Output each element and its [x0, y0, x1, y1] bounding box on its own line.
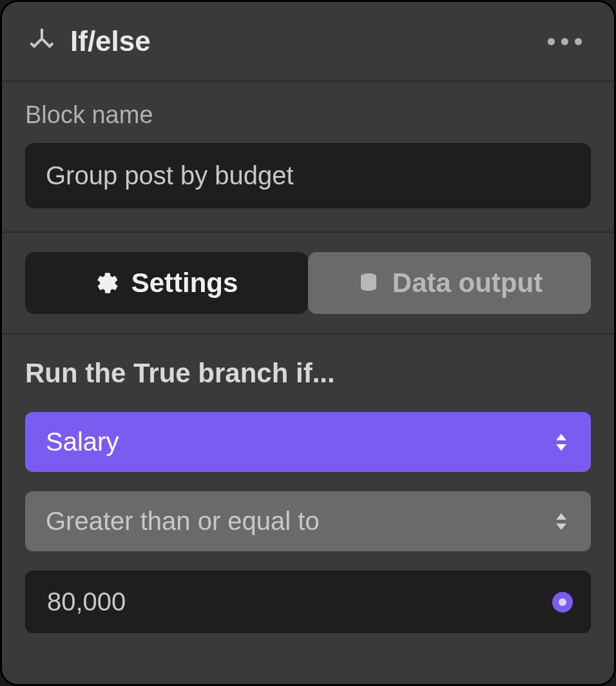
variable-indicator-icon[interactable] [552, 592, 573, 612]
branch-icon [28, 27, 56, 55]
field-select[interactable]: Salary [25, 412, 591, 472]
tab-bar: Settings Data output [2, 233, 614, 335]
dots-icon [548, 38, 555, 45]
field-select-value: Salary [46, 427, 119, 456]
panel-title: If/else [70, 25, 541, 57]
tab-data-output-label: Data output [392, 268, 543, 299]
tab-settings-label: Settings [131, 268, 238, 299]
value-input[interactable] [25, 571, 591, 633]
panel-header: If/else [2, 2, 614, 82]
block-name-label: Block name [25, 101, 591, 129]
block-name-input[interactable] [25, 143, 591, 208]
operator-select-value: Greater than or equal to [46, 507, 320, 536]
condition-section: Run the True branch if... Salary Greater… [2, 335, 614, 656]
tab-data-output[interactable]: Data output [308, 252, 591, 314]
gear-icon [95, 271, 120, 295]
database-icon [356, 271, 381, 295]
updown-arrows-icon [552, 431, 570, 454]
updown-arrows-icon [552, 510, 570, 533]
more-options-button[interactable] [541, 32, 588, 52]
tab-settings[interactable]: Settings [25, 252, 308, 314]
operator-select[interactable]: Greater than or equal to [25, 491, 591, 551]
condition-title: Run the True branch if... [25, 358, 591, 389]
ifelse-panel: If/else Block name Settings [0, 0, 616, 686]
value-input-wrapper [25, 571, 591, 633]
block-name-section: Block name [2, 82, 614, 233]
